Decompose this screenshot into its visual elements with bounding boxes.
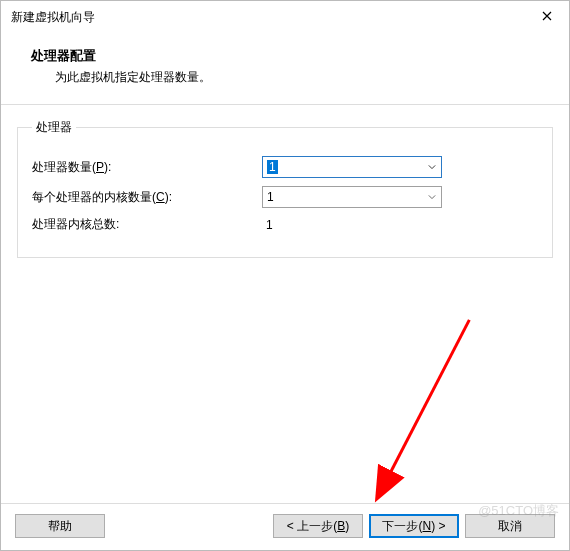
next-button[interactable]: 下一步(N) > <box>369 514 459 538</box>
total-cores-value: 1 <box>262 218 273 232</box>
help-button[interactable]: 帮助 <box>15 514 105 538</box>
processor-group: 处理器 处理器数量(P): 1 每个处理器的内核数量(C): 1 <box>17 119 553 258</box>
chevron-down-icon <box>423 187 441 207</box>
page-title: 处理器配置 <box>31 47 539 65</box>
cancel-button[interactable]: 取消 <box>465 514 555 538</box>
footer: 帮助 < 上一步(B) 下一步(N) > 取消 <box>1 503 569 550</box>
cores-per-processor-select[interactable]: 1 <box>262 186 442 208</box>
processor-count-label: 处理器数量(P): <box>32 159 262 176</box>
close-button[interactable] <box>524 2 569 32</box>
row-processor-count: 处理器数量(P): 1 <box>32 156 538 178</box>
cores-per-processor-value: 1 <box>267 190 274 204</box>
wizard-window: 新建虚拟机向导 处理器配置 为此虚拟机指定处理器数量。 处理器 处理器数量(P)… <box>0 0 570 551</box>
row-cores-per-processor: 每个处理器的内核数量(C): 1 <box>32 186 538 208</box>
header: 处理器配置 为此虚拟机指定处理器数量。 <box>1 33 569 104</box>
close-icon <box>542 10 552 24</box>
processor-count-value: 1 <box>267 160 278 174</box>
row-total-cores: 处理器内核总数: 1 <box>32 216 538 233</box>
titlebar: 新建虚拟机向导 <box>1 1 569 33</box>
page-subtitle: 为此虚拟机指定处理器数量。 <box>31 69 539 86</box>
back-button[interactable]: < 上一步(B) <box>273 514 363 538</box>
group-legend: 处理器 <box>32 119 76 136</box>
cores-per-processor-label: 每个处理器的内核数量(C): <box>32 189 262 206</box>
window-title: 新建虚拟机向导 <box>11 9 95 26</box>
total-cores-label: 处理器内核总数: <box>32 216 262 233</box>
processor-count-select[interactable]: 1 <box>262 156 442 178</box>
content-area: 处理器 处理器数量(P): 1 每个处理器的内核数量(C): 1 <box>1 105 569 503</box>
chevron-down-icon <box>423 157 441 177</box>
